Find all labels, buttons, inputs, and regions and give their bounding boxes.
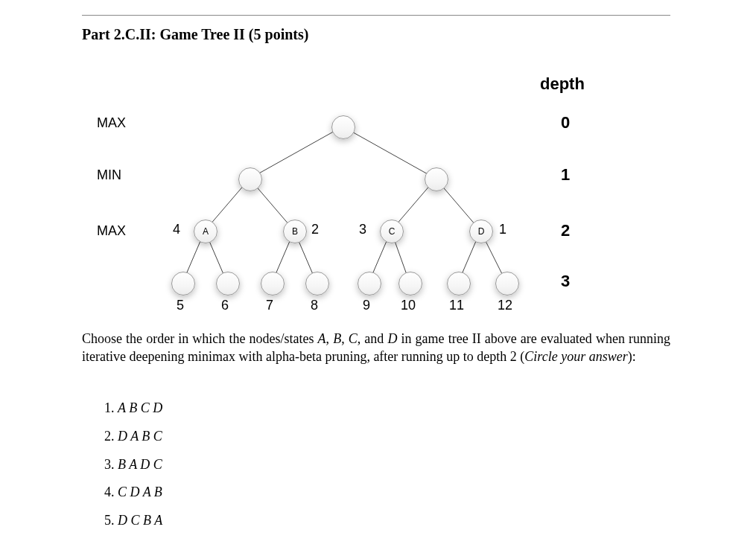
choice-4-num: 4.: [104, 485, 118, 499]
choice-1-num: 1.: [104, 400, 118, 415]
leaf-6-node: [216, 272, 240, 295]
leaf-9-label: 9: [363, 298, 370, 313]
leaf-8-node: [305, 272, 329, 295]
q-italic: Circle your answer: [524, 349, 627, 364]
choice-3-num: 3.: [104, 457, 118, 472]
svg-line-0: [250, 127, 343, 179]
node-A-label: A: [203, 226, 209, 237]
node-B-label: B: [292, 226, 298, 237]
node-B: B: [283, 220, 307, 243]
q-p3: ):: [628, 349, 636, 364]
min-left-node: [238, 167, 262, 191]
q-D: D: [387, 331, 397, 346]
q-A: A: [318, 331, 326, 346]
leaf-6-label: 6: [221, 298, 229, 313]
value-C: 3: [359, 222, 366, 237]
value-D: 1: [499, 222, 506, 237]
exam-page: Part 2.C.II: Game Tree II (5 points) dep…: [0, 0, 756, 550]
svg-line-1: [343, 127, 436, 179]
choice-5-num: 5.: [104, 513, 118, 528]
choice-2: 2. D A B C: [104, 423, 162, 451]
node-D: D: [469, 220, 493, 243]
tree-edges: [0, 0, 756, 320]
leaf-10-node: [398, 272, 422, 295]
choice-4-text: C D A B: [118, 485, 162, 499]
root-node: [331, 115, 355, 139]
choice-1: 1. A B C D: [104, 394, 162, 423]
leaf-9-node: [358, 272, 381, 295]
choice-3-text: B A D C: [118, 457, 162, 472]
node-C-label: C: [389, 226, 396, 237]
leaf-12-node: [495, 272, 519, 295]
choice-3: 3. B A D C: [104, 451, 162, 479]
min-right-node: [425, 167, 448, 191]
leaf-11-label: 11: [449, 298, 464, 313]
q-p1: Choose the order in which the nodes/stat…: [82, 331, 318, 346]
leaf-5-node: [171, 272, 195, 295]
q-C: C: [349, 331, 358, 346]
answer-choices: 1. A B C D 2. D A B C 3. B A D C 4. C D …: [104, 394, 162, 535]
leaf-12-label: 12: [498, 298, 512, 313]
q-B: B: [333, 331, 341, 346]
node-C: C: [380, 220, 404, 243]
value-A: 4: [173, 222, 180, 237]
leaf-7-node: [261, 272, 285, 295]
node-A: A: [194, 220, 217, 243]
choice-4: 4. C D A B: [104, 479, 162, 507]
choice-2-text: D A B C: [118, 429, 162, 444]
node-D-label: D: [478, 226, 485, 237]
leaf-10-label: 10: [401, 298, 416, 313]
value-B: 2: [311, 222, 319, 237]
choice-2-num: 2.: [104, 429, 118, 444]
leaf-11-node: [447, 272, 471, 295]
leaf-8-label: 8: [311, 298, 318, 313]
game-tree: A B C D 4 2 3 1 5 6 7 8 9 10 11 12: [0, 0, 756, 320]
q-c1: ,: [326, 331, 334, 346]
q-c3: , and: [358, 331, 388, 346]
choice-5-text: D C B A: [118, 513, 162, 528]
q-c2: ,: [341, 331, 349, 346]
question-text: Choose the order in which the nodes/stat…: [82, 330, 670, 366]
leaf-5-label: 5: [177, 298, 184, 313]
leaf-7-label: 7: [266, 298, 273, 313]
choice-1-text: A B C D: [118, 400, 162, 415]
choice-5: 5. D C B A: [104, 507, 162, 535]
